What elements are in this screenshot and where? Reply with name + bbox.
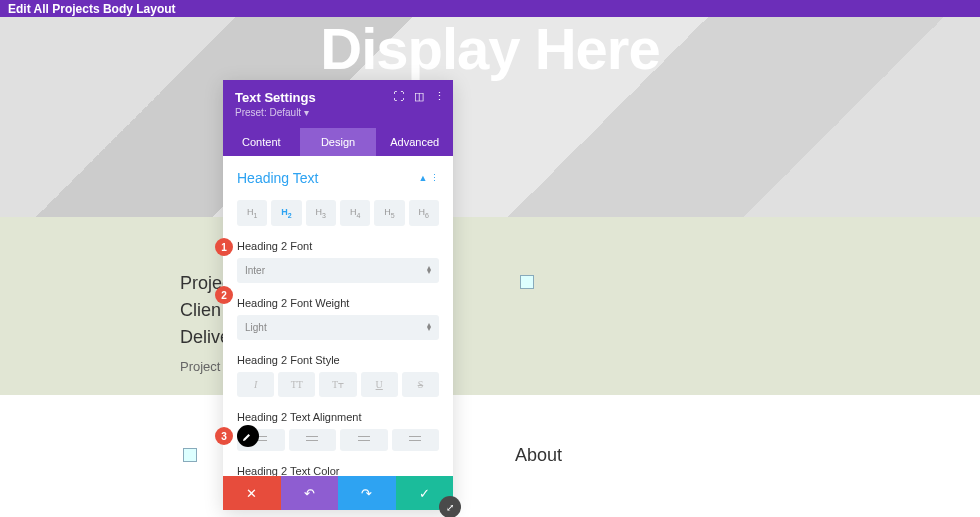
panel-tabs: Content Design Advanced	[223, 128, 453, 156]
smallcaps-button[interactable]: Tᴛ	[319, 372, 356, 397]
drag-handle-icon[interactable]: ⤢	[439, 496, 461, 517]
align-justify-icon	[409, 436, 421, 444]
align-right-button[interactable]	[340, 429, 388, 451]
top-bar-title: Edit All Projects Body Layout	[8, 2, 176, 16]
eyedropper-active-icon[interactable]	[237, 425, 259, 447]
weight-value: Light	[245, 322, 267, 333]
panel-header[interactable]: Text Settings Preset: Default ▾ ⛶ ◫ ⋮	[223, 80, 453, 128]
align-row	[237, 429, 439, 451]
annotation-badge-3: 3	[215, 427, 233, 445]
image-placeholder-icon	[520, 275, 534, 289]
chevron-up-icon: ▲ ⋮	[419, 173, 439, 183]
h4-button[interactable]: H4	[340, 200, 370, 226]
redo-button[interactable]: ↷	[338, 476, 396, 510]
expand-icon[interactable]: ⛶	[393, 90, 404, 103]
style-row: I TT Tᴛ U S	[237, 372, 439, 397]
h3-button[interactable]: H3	[306, 200, 336, 226]
style-label: Heading 2 Font Style	[237, 354, 439, 366]
align-label: Heading 2 Text Alignment	[237, 411, 439, 423]
weight-select[interactable]: Light ▴▾	[237, 315, 439, 340]
font-value: Inter	[245, 265, 265, 276]
annotation-badge-1: 1	[215, 238, 233, 256]
weight-label: Heading 2 Font Weight	[237, 297, 439, 309]
h6-button[interactable]: H6	[409, 200, 439, 226]
uppercase-button[interactable]: TT	[278, 372, 315, 397]
panel-body: Heading Text ▲ ⋮ H1 H2 H3 H4 H5 H6 Headi…	[223, 156, 453, 476]
h5-button[interactable]: H5	[374, 200, 404, 226]
align-right-icon	[358, 436, 370, 444]
about-heading: About	[515, 445, 562, 466]
underline-button[interactable]: U	[361, 372, 398, 397]
undo-button[interactable]: ↶	[281, 476, 339, 510]
tab-content[interactable]: Content	[223, 128, 300, 156]
bottom-section	[0, 395, 980, 517]
image-placeholder-icon-2	[183, 448, 197, 462]
color-label: Heading 2 Text Color	[237, 465, 439, 476]
align-justify-button[interactable]	[392, 429, 440, 451]
font-label: Heading 2 Font	[237, 240, 439, 252]
tab-advanced[interactable]: Advanced	[376, 128, 453, 156]
strike-button[interactable]: S	[402, 372, 439, 397]
panel-preset[interactable]: Preset: Default ▾	[235, 107, 441, 118]
section-header[interactable]: Heading Text ▲ ⋮	[237, 166, 439, 190]
panel-footer: ✕ ↶ ↷ ✓	[223, 476, 453, 510]
tab-design[interactable]: Design	[300, 128, 377, 156]
h2-button[interactable]: H2	[271, 200, 301, 226]
hero-text: Display Here	[320, 15, 659, 82]
align-center-icon	[306, 436, 318, 444]
italic-button[interactable]: I	[237, 372, 274, 397]
columns-icon[interactable]: ◫	[414, 90, 424, 103]
updown-icon: ▴▾	[427, 323, 431, 333]
annotation-badge-2: 2	[215, 286, 233, 304]
settings-panel: Text Settings Preset: Default ▾ ⛶ ◫ ⋮ Co…	[223, 80, 453, 510]
updown-icon: ▴▾	[427, 266, 431, 276]
heading-selector: H1 H2 H3 H4 H5 H6	[237, 200, 439, 226]
font-select[interactable]: Inter ▴▾	[237, 258, 439, 283]
cancel-button[interactable]: ✕	[223, 476, 281, 510]
menu-icon[interactable]: ⋮	[434, 90, 445, 103]
align-center-button[interactable]	[289, 429, 337, 451]
section-title: Heading Text	[237, 170, 318, 186]
h1-button[interactable]: H1	[237, 200, 267, 226]
